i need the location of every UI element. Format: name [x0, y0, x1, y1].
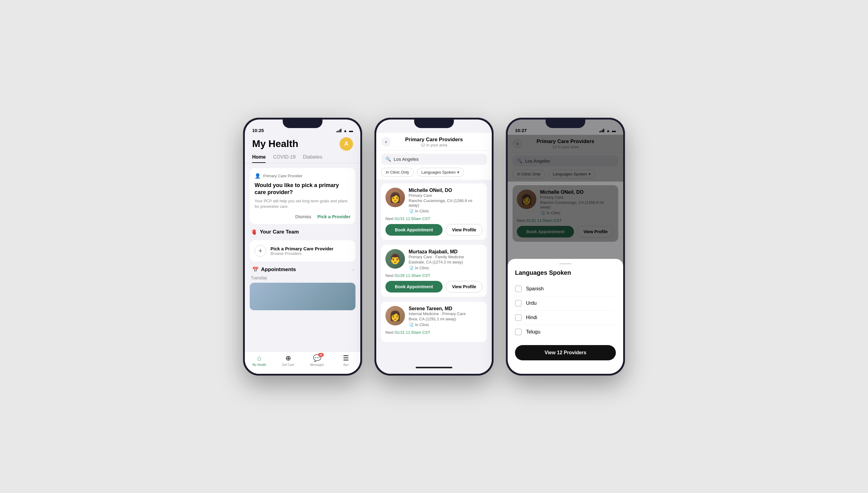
- provider-card-0: 👩 Michelle ONeil, DO Primary Care Rancho…: [381, 184, 487, 240]
- nav-messages[interactable]: 💬 49 Messages: [303, 354, 332, 366]
- nav-myhealth-label: My Health: [253, 363, 266, 366]
- lang-checkbox-1[interactable]: [515, 300, 522, 306]
- care-team-sub: Browse Providers: [270, 251, 333, 256]
- search-bar-2[interactable]: 🔍 Los Angeles: [381, 154, 487, 165]
- pcp-question: Would you like to pick a primary care pr…: [255, 182, 351, 196]
- wifi-icon-1: ▲: [343, 128, 347, 133]
- nav-ayo[interactable]: ☰ Ayo: [332, 354, 361, 366]
- nav-getcare[interactable]: ⊕ Get Care: [274, 354, 303, 366]
- provider-spec-1: Primary Care · Family Medicine: [409, 255, 483, 259]
- wifi-icon-3: ▲: [606, 128, 610, 133]
- dismiss-button[interactable]: Dismiss: [295, 214, 311, 219]
- lang-option-0[interactable]: Spanish: [515, 282, 616, 296]
- status-icons-3: ▲ ▬: [599, 128, 616, 133]
- view-providers-button[interactable]: View 12 Providers: [515, 345, 616, 360]
- lang-label-0: Spanish: [526, 286, 544, 292]
- provider-info-bg-3: Michelle ONeil, DO Primary Care Rancho C…: [540, 190, 614, 215]
- lang-checkbox-0[interactable]: [515, 285, 522, 292]
- provider-card-bg-3: 👩 Michelle ONeil, DO Primary Care Rancho…: [513, 185, 618, 242]
- tab-covid[interactable]: COVID-19: [273, 154, 296, 163]
- pcp-desc: Your PCP will help you set long term goa…: [255, 198, 351, 209]
- home-indicator-2: [376, 364, 492, 374]
- provider-btns-bg-3: Book Appointment View Profile: [517, 226, 614, 237]
- provider-spec-2: Internal Medicine · Primary Care: [409, 312, 483, 316]
- provider-btns-1: Book Appointment View Profile: [385, 281, 483, 293]
- next-date-2: 01/31 11:50am CST: [395, 330, 430, 335]
- provider-list-bg-3: 👩 Michelle ONeil, DO Primary Care Rancho…: [508, 181, 623, 245]
- provider-loc-0: Rancho Cucamonga, CA (1266.9 mi away): [409, 198, 483, 208]
- avatar[interactable]: A: [340, 137, 353, 151]
- search-icon-3: 🔍: [517, 158, 523, 164]
- provider-loc-2: Brea, CA (1291.1 mi away): [409, 317, 483, 321]
- care-team-card[interactable]: + Pick a Primary Care Provider Browse Pr…: [250, 240, 355, 262]
- care-team-name: Pick a Primary Care Provider: [270, 246, 333, 251]
- provider-loc-1: Eastvale, CA (1274.2 mi away): [409, 260, 483, 264]
- provider-list-2: 👩 Michelle ONeil, DO Primary Care Rancho…: [376, 180, 492, 364]
- myhealth-header: My Health A: [245, 135, 360, 151]
- steth-icon-0: 🩺: [409, 209, 414, 213]
- notch-2: [414, 118, 454, 128]
- pcp-card-top: 👤 Primary Care Provider: [255, 173, 351, 179]
- provider-btns-0: Book Appointment View Profile: [385, 224, 483, 236]
- pcp-icon: 👤: [255, 173, 261, 179]
- status-time-3: 10:27: [515, 128, 527, 133]
- filter-clinic-2[interactable]: In Clinic Only: [381, 168, 414, 177]
- notch-3: [546, 118, 585, 128]
- lang-label-3: Telugu: [526, 329, 540, 335]
- pick-provider-button[interactable]: Pick a Provider: [318, 214, 351, 219]
- lang-option-3[interactable]: Telugu: [515, 325, 616, 339]
- provider-avatar-2: 👩: [385, 306, 405, 325]
- care-team-icon: 🫀: [251, 229, 257, 235]
- add-provider-icon: +: [255, 245, 266, 257]
- book-button-0[interactable]: Book Appointment: [385, 224, 442, 236]
- getcare-icon: ⊕: [285, 354, 291, 362]
- home-bar-2: [416, 367, 452, 368]
- appt-day: Tuesday: [250, 275, 355, 280]
- filter-languages-2[interactable]: Languages Spoken ▾: [417, 168, 464, 177]
- in-clinic-row-2: 🩺 In Clinic: [409, 322, 483, 327]
- back-button-2[interactable]: ‹: [381, 137, 391, 147]
- provider-info-2: Serene Tareen, MD Internal Medicine · Pr…: [409, 306, 483, 327]
- care-team-label: Your Care Team: [260, 229, 299, 235]
- provider-name-bg-3: Michelle ONeil, DO: [540, 190, 614, 195]
- provider-name-1: Murtaza Rajabali, MD: [409, 249, 483, 255]
- provider-spec-0: Primary Care: [409, 193, 483, 198]
- search-bar-wrap-3: 🔍 Los Angeles: [508, 152, 623, 170]
- lang-option-2[interactable]: Hindi: [515, 310, 616, 325]
- appointments-header: 📅 Appointments ›: [250, 266, 355, 273]
- lang-label-2: Hindi: [526, 315, 537, 320]
- tab-home[interactable]: Home: [252, 154, 266, 163]
- book-button-bg-3: Book Appointment: [517, 226, 574, 237]
- filter-languages-3: Languages Spoken ▾: [548, 170, 595, 178]
- search-icon-2: 🔍: [385, 156, 391, 162]
- view-button-0[interactable]: View Profile: [446, 224, 483, 236]
- search-value-2: Los Angeles: [394, 156, 419, 162]
- lang-checkbox-2[interactable]: [515, 314, 522, 321]
- in-clinic-row-0: 🩺 In Clinic: [409, 209, 483, 213]
- next-row-bg-3: Next 01/31 11:50am CST: [517, 218, 614, 223]
- book-button-1[interactable]: Book Appointment: [385, 281, 442, 293]
- provider-list-header-3: ‹ Primary Care Providers 12 in your area: [508, 135, 623, 152]
- filter-lang-label-2: Languages Spoken: [421, 170, 456, 174]
- provider-title-wrap-3: Primary Care Providers 12 in your area: [526, 138, 605, 149]
- filter-clinic-label-2: In Clinic Only: [386, 170, 409, 174]
- signal-icon-3: [599, 129, 605, 132]
- view-button-1[interactable]: View Profile: [446, 281, 483, 293]
- nav-ayo-label: Ayo: [343, 363, 348, 366]
- appt-arrow[interactable]: ›: [352, 266, 354, 273]
- phone-2: ‹ Primary Care Providers 12 in your area…: [374, 118, 494, 376]
- nav-myhealth[interactable]: ⌂ My Health: [245, 354, 274, 366]
- phones-container: 10:25 ▲ ▬ My Health A: [243, 118, 625, 376]
- search-bar-wrap-2: 🔍 Los Angeles: [376, 151, 492, 168]
- lang-option-1[interactable]: Urdu: [515, 296, 616, 310]
- phone-1: 10:25 ▲ ▬ My Health A: [243, 118, 362, 376]
- myhealth-body: 👤 Primary Care Provider Would you like t…: [245, 163, 360, 351]
- tab-diabetes[interactable]: Diabetes: [303, 154, 322, 163]
- provider-name-2: Serene Tareen, MD: [409, 306, 483, 312]
- next-row-1: Next 01/28 11:30am CST: [385, 273, 483, 278]
- next-date-1: 01/28 11:30am CST: [395, 273, 430, 278]
- filter-clinic-3: In Clinic Only: [513, 170, 545, 178]
- bottom-nav-1: ⌂ My Health ⊕ Get Care 💬 49 Messages: [245, 351, 360, 374]
- myhealth-tabs: Home COVID-19 Diabetes: [245, 151, 360, 163]
- lang-checkbox-3[interactable]: [515, 328, 522, 335]
